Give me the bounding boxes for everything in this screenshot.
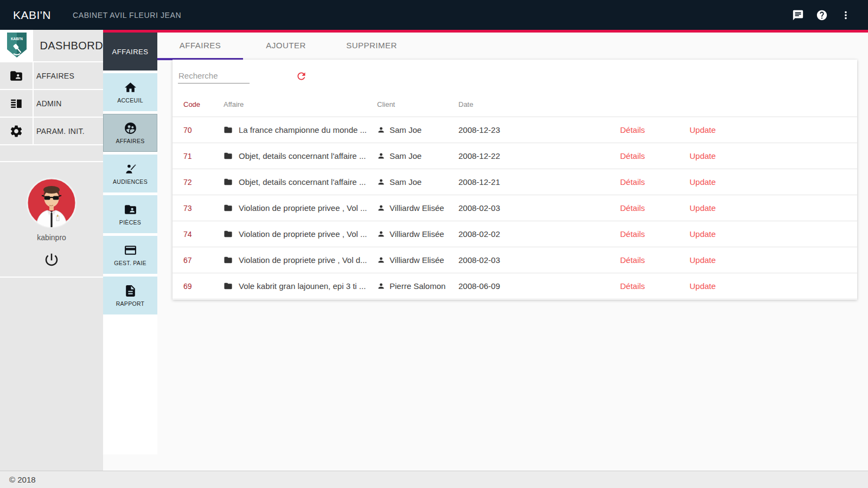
client-cell: Sam Joe xyxy=(377,151,458,160)
affaire-cell: Objet, details concernant l'affaire ... xyxy=(224,177,377,187)
rail-item-rapport[interactable]: RAPPORT xyxy=(103,277,157,314)
details-link[interactable]: Détails xyxy=(620,281,645,291)
table-row: 70 La france championne du monde ... Sam… xyxy=(173,117,857,143)
sidebar-item-param-init[interactable]: PARAM. INIT. xyxy=(0,118,103,145)
tab-supprimer[interactable]: SUPPRIMER xyxy=(329,33,414,58)
power-icon[interactable] xyxy=(43,252,60,268)
client-cell: Sam Joe xyxy=(377,177,458,187)
date-cell: 2008-12-22 xyxy=(458,151,620,160)
sidebar: KABI'N DASHBORD AFFAIRES ADMIN PARAM. IN… xyxy=(0,30,103,471)
table-row: 73 Violation de propriete privee , Vol .… xyxy=(173,195,857,221)
chat-icon[interactable] xyxy=(792,9,804,21)
details-link[interactable]: Détails xyxy=(620,203,645,213)
update-link[interactable]: Update xyxy=(690,203,716,213)
table-header: Code Affaire Client Date xyxy=(173,92,857,117)
username: kabinpro xyxy=(37,233,66,242)
date-cell: 2008-12-23 xyxy=(458,125,620,134)
code-cell: 71 xyxy=(173,152,224,160)
svg-text:KABI'N: KABI'N xyxy=(11,37,23,41)
tab-affaires[interactable]: AFFAIRES xyxy=(157,33,243,58)
table-row: 71 Objet, details concernant l'affaire .… xyxy=(173,143,857,169)
table-row: 69 Vole kabrit gran lajounen, epi 3 ti .… xyxy=(173,273,857,299)
column-header-affaire: Affaire xyxy=(224,100,377,108)
folder-icon xyxy=(224,177,233,187)
person-icon xyxy=(377,178,385,186)
folder-icon xyxy=(224,255,233,265)
admin-list-icon xyxy=(0,90,34,117)
folder-shared-icon xyxy=(124,203,137,216)
folder-icon xyxy=(224,281,233,291)
search-input[interactable] xyxy=(178,68,250,84)
update-link[interactable]: Update xyxy=(690,281,716,291)
code-cell: 70 xyxy=(173,126,224,134)
folder-icon xyxy=(224,125,233,134)
client-cell: Villiardw Elisée xyxy=(377,255,458,265)
report-doc-icon xyxy=(124,284,137,298)
date-cell: 2008-12-21 xyxy=(458,177,620,187)
person-icon xyxy=(377,126,385,134)
rail-item-audiences[interactable]: AUDIENCES xyxy=(103,155,157,192)
folder-icon xyxy=(224,203,233,213)
table-row: 74 Violation de propriete privee , Vol .… xyxy=(173,221,857,247)
client-cell: Villiardw Elisée xyxy=(377,229,458,239)
rail-item-acceuil[interactable]: ACCEUIL xyxy=(103,73,157,111)
topbar: KABI'N CABINET AVIL FLEURI JEAN xyxy=(0,0,868,30)
rail-item-affaires[interactable]: AFFAIRES xyxy=(103,114,157,152)
help-icon[interactable] xyxy=(816,9,828,21)
folder-icon xyxy=(224,151,233,160)
update-link[interactable]: Update xyxy=(690,125,716,134)
tab-ajouter[interactable]: AJOUTER xyxy=(243,33,329,58)
copyright: © 2018 xyxy=(9,475,36,484)
update-link[interactable]: Update xyxy=(690,151,716,160)
update-link[interactable]: Update xyxy=(690,177,716,187)
client-cell: Pierre Salomon xyxy=(377,281,458,291)
details-link[interactable]: Détails xyxy=(620,177,645,187)
column-header-date: Date xyxy=(458,100,620,108)
person-icon xyxy=(377,230,385,238)
person-icon xyxy=(377,256,385,264)
red-accent-line xyxy=(103,30,868,33)
person-icon xyxy=(377,282,385,290)
code-cell: 74 xyxy=(173,230,224,239)
presenter-icon xyxy=(124,162,137,176)
client-cell: Sam Joe xyxy=(377,125,458,134)
details-link[interactable]: Détails xyxy=(620,255,645,265)
affaire-cell: Violation de propriete privee , Vol ... xyxy=(224,229,377,239)
rail-item-gest-paie[interactable]: GEST. PAIE xyxy=(103,236,157,274)
dashboard-title: DASHBORD xyxy=(33,30,103,61)
refresh-icon[interactable] xyxy=(296,70,307,82)
details-link[interactable]: Détails xyxy=(620,229,645,239)
affaire-cell: Objet, details concernant l'affaire ... xyxy=(224,151,377,160)
tab-bar: AFFAIRES AJOUTER SUPPRIMER xyxy=(157,33,868,58)
person-icon xyxy=(377,152,385,160)
cabinet-title: CABINET AVIL FLEURI JEAN xyxy=(73,11,181,20)
topbar-actions xyxy=(792,9,852,21)
sidebar-item-admin[interactable]: ADMIN xyxy=(0,90,103,118)
column-header-client: Client xyxy=(377,100,458,108)
details-link[interactable]: Détails xyxy=(620,125,645,134)
affaire-cell: Violation de propriete prive , Vol d... xyxy=(224,255,377,265)
update-link[interactable]: Update xyxy=(690,229,716,239)
code-cell: 69 xyxy=(173,282,224,291)
code-cell: 67 xyxy=(173,256,224,265)
date-cell: 2008-06-09 xyxy=(458,281,620,291)
date-cell: 2008-02-03 xyxy=(458,203,620,213)
rail-header-affaires: AFFAIRES xyxy=(103,33,157,70)
folder-icon xyxy=(224,229,233,239)
column-header-code: Code xyxy=(173,100,224,108)
table-body: 70 La france championne du monde ... Sam… xyxy=(173,117,857,299)
details-link[interactable]: Détails xyxy=(620,151,645,160)
footer: © 2018 xyxy=(0,471,868,488)
more-vert-icon[interactable] xyxy=(840,9,852,21)
affaire-cell: Vole kabrit gran lajounen, epi 3 ti ... xyxy=(224,281,377,291)
icon-rail: AFFAIRES ACCEUIL AFFAIRES AUDIENCES PIÈC… xyxy=(103,33,157,454)
person-icon xyxy=(377,204,385,212)
folder-shared-icon xyxy=(0,62,34,89)
client-cell: Villiardw Elisée xyxy=(377,203,458,213)
code-cell: 72 xyxy=(173,178,224,187)
app-brand: KABI'N xyxy=(13,9,51,22)
sidebar-item-affaires[interactable]: AFFAIRES xyxy=(0,62,103,90)
rail-item-pieces[interactable]: PIÈCES xyxy=(103,195,157,233)
update-link[interactable]: Update xyxy=(690,255,716,265)
affaires-card: Code Affaire Client Date 70 La france ch… xyxy=(173,60,857,300)
